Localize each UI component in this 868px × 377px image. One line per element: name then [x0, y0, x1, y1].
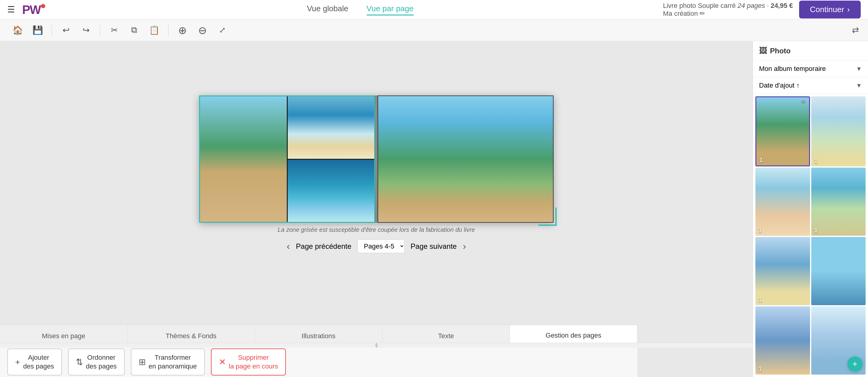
photo-image-4	[811, 168, 866, 236]
cut-button[interactable]: ✂	[105, 22, 123, 39]
continuer-button[interactable]: Continuer ›	[799, 1, 861, 19]
transformer-label: Transformer en panoramique	[149, 353, 197, 371]
photo-image-1	[756, 97, 809, 166]
prev-page-label: Page précédente	[296, 242, 351, 251]
collapse-right-button[interactable]: ⇄	[852, 25, 859, 35]
photo-count-2: 1	[814, 158, 817, 165]
ordonner-button[interactable]: ⇅ Ordonner des pages	[68, 348, 125, 375]
page-select[interactable]: Pages 4-5	[358, 239, 405, 253]
tab-vue-par-page[interactable]: Vue par page	[367, 4, 414, 15]
sort-icon: ⇅	[76, 357, 83, 367]
transformer-button[interactable]: ⊞ Transformer en panoramique	[131, 348, 205, 375]
chevron-down-icon-sort: ▼	[856, 82, 862, 89]
photo-image-6	[811, 237, 866, 305]
undo-button[interactable]: ↩	[57, 22, 74, 39]
copy-button[interactable]: ⧉	[126, 22, 143, 39]
chevron-right-icon: ›	[847, 5, 850, 14]
gray-zone-text: La zone grisée est susceptible d'être co…	[278, 227, 475, 233]
add-photo-button[interactable]: +	[847, 356, 863, 372]
canvas-area: La zone grisée est susceptible d'être co…	[0, 41, 753, 377]
logo: PW	[22, 4, 45, 16]
paste-button[interactable]: 📋	[146, 22, 163, 39]
ajouter-label: Ajouter des pages	[23, 353, 54, 371]
logo-dot	[41, 4, 45, 8]
page-spine	[375, 96, 377, 223]
home-button[interactable]: 🏠	[9, 22, 26, 39]
ordonner-label: Ordonner des pages	[86, 353, 117, 371]
album-dropdown[interactable]: Mon album temporaire ▼	[753, 61, 868, 77]
right-panel: 🖼 Photo Mon album temporaire ▼ Date d'aj…	[753, 41, 868, 377]
photo-panel-icon: 🖼	[759, 46, 767, 56]
book-info-line1: Livre photo Souple carré 24 pages · 24,9…	[663, 2, 793, 10]
nav-tabs: Vue globale Vue par page	[57, 4, 663, 15]
zoom-in-button[interactable]: ⊕	[174, 22, 191, 39]
photo-thumb-5[interactable]: 1	[755, 237, 810, 305]
toolbar-separator-2	[100, 24, 100, 36]
next-page-button[interactable]: ›	[463, 241, 466, 252]
toolbar: 🏠 💾 ↩ ↪ ✂ ⧉ 📋 ⊕ ⊖ ⤢ ⇄	[0, 20, 868, 41]
panorama-icon: ⊞	[139, 357, 146, 367]
page-left[interactable]	[199, 96, 375, 223]
photo-thumb-7[interactable]: 1	[755, 306, 810, 375]
ajouter-button[interactable]: + Ajouter des pages	[7, 348, 62, 375]
selected-overlay-left	[199, 96, 375, 223]
next-page-label: Page suivante	[411, 242, 457, 251]
right-page-photo	[378, 96, 553, 222]
photo-thumb-3[interactable]: 1	[755, 168, 810, 236]
photo-thumb-4[interactable]: 1	[811, 168, 866, 236]
photo-thumb-8[interactable]: +	[811, 306, 866, 375]
delete-icon: ✕	[219, 357, 226, 367]
toolbar-separator-1	[52, 24, 52, 36]
prev-page-button[interactable]: ‹	[286, 241, 290, 252]
panel-title: Photo	[770, 47, 790, 55]
photo-thumb-1[interactable]: 1 👁	[755, 96, 810, 166]
photo-thumb-6[interactable]	[811, 237, 866, 305]
supprimer-button[interactable]: ✕ Supprimer la page en cours	[211, 348, 286, 375]
album-label: Mon album temporaire	[759, 65, 826, 73]
fullscreen-button[interactable]: ⤢	[214, 22, 231, 39]
sort-dropdown[interactable]: Date d'ajout ↑ ▼	[753, 77, 868, 94]
book-spread	[199, 96, 554, 223]
photo-image-5	[755, 237, 810, 305]
photo-grid: 1 👁 1 1 1 1	[753, 94, 868, 377]
save-button[interactable]: 💾	[29, 22, 46, 39]
photo-count-4: 1	[814, 227, 817, 234]
photo-count-3: 1	[758, 227, 762, 234]
photo-image-2	[811, 96, 866, 166]
book-container	[199, 96, 554, 223]
nav-right: Livre photo Souple carré 24 pages · 24,9…	[663, 1, 861, 19]
ma-creation-link[interactable]: Ma création ✏	[663, 10, 793, 18]
sort-label: Date d'ajout ↑	[759, 81, 800, 90]
hamburger-icon[interactable]: ☰	[7, 5, 15, 14]
photo-image-7	[755, 306, 810, 375]
photo-count-7: 1	[758, 366, 762, 373]
photo-count-1: 1	[760, 157, 763, 164]
photo-image-3	[755, 168, 810, 236]
panel-header: 🖼 Photo	[753, 41, 868, 61]
pencil-icon: ✏	[700, 10, 705, 18]
zoom-out-button[interactable]: ⊖	[194, 22, 211, 39]
page-right[interactable]	[377, 96, 554, 223]
corner-accent	[538, 208, 557, 226]
resize-icon: ⇕	[374, 342, 379, 349]
redo-button[interactable]: ↪	[78, 22, 94, 39]
toolbar-separator-3	[168, 24, 168, 36]
logo-text: PW	[22, 4, 40, 16]
plus-icon: +	[15, 357, 20, 367]
chevron-down-icon: ▼	[856, 65, 862, 72]
main-wrapper: La zone grisée est susceptible d'être co…	[0, 41, 868, 377]
book-info: Livre photo Souple carré 24 pages · 24,9…	[663, 2, 793, 18]
v-resize-handle[interactable]: ⇕	[0, 343, 753, 348]
eye-icon: 👁	[801, 99, 807, 106]
bottom-actions: + Ajouter des pages ⇅ Ordonner des pages…	[0, 347, 637, 377]
photo-count-5: 1	[758, 297, 762, 303]
top-nav: ☰ PW Vue globale Vue par page Livre phot…	[0, 0, 868, 20]
photo-thumb-2[interactable]: 1	[811, 96, 866, 166]
tab-vue-globale[interactable]: Vue globale	[307, 4, 348, 15]
supprimer-label: Supprimer la page en cours	[229, 353, 278, 371]
page-nav: ‹ Page précédente Pages 4-5 Page suivant…	[286, 239, 466, 253]
